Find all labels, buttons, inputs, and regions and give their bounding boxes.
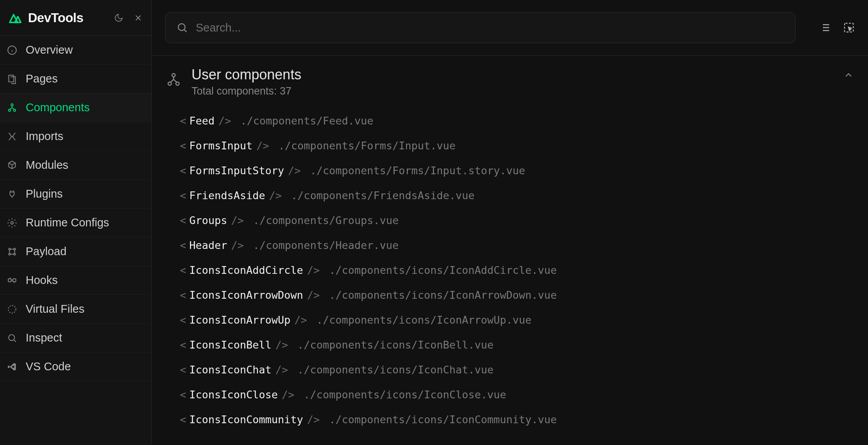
component-name: Groups — [189, 214, 227, 226]
svg-point-5 — [11, 221, 14, 224]
nav-item-virtual-files[interactable]: Virtual Files — [0, 295, 151, 324]
nav-label: Pages — [26, 72, 58, 85]
logo[interactable]: DevTools — [8, 10, 83, 26]
component-name: IconsIconChat — [189, 364, 271, 376]
svg-point-6 — [9, 248, 10, 250]
nav-item-runtime-configs[interactable]: Runtime Configs — [0, 208, 151, 237]
svg-rect-10 — [8, 279, 11, 282]
search-icon — [7, 333, 17, 343]
component-row[interactable]: <Groups/>./components/Groups.vue — [180, 208, 854, 233]
brand-text: DevTools — [28, 11, 83, 25]
svg-rect-11 — [13, 279, 16, 282]
component-row[interactable]: <IconsIconCommunity/>./components/icons/… — [180, 407, 854, 432]
tag-close: /> — [307, 264, 320, 276]
component-path: ./components/Groups.vue — [253, 214, 399, 226]
svg-point-7 — [14, 248, 15, 250]
header-actions — [113, 12, 144, 23]
modules-icon — [7, 160, 17, 170]
nav-item-overview[interactable]: Overview — [0, 36, 151, 65]
nav-item-vscode[interactable]: VS Code — [0, 352, 151, 381]
tag-close: /> — [276, 339, 288, 351]
component-row[interactable]: <Header/>./components/Header.vue — [180, 233, 854, 258]
payload-icon — [7, 247, 17, 257]
nav-item-modules[interactable]: Modules — [0, 151, 151, 180]
list-view-icon[interactable] — [819, 22, 831, 33]
component-row[interactable]: <IconsIconArrowUp/>./components/icons/Ic… — [180, 307, 854, 332]
search-input[interactable] — [196, 21, 784, 34]
component-row[interactable]: <Feed/>./components/Feed.vue — [180, 108, 854, 133]
content: User components Total components: 37 <Fe… — [152, 56, 868, 445]
theme-toggle-icon[interactable] — [113, 12, 124, 23]
tag-open: < — [180, 165, 186, 177]
section-titles: User components Total components: 37 — [192, 67, 833, 97]
nav-item-components[interactable]: Components — [0, 93, 151, 122]
imports-icon — [7, 131, 17, 142]
component-row[interactable]: <IconsIconClose/>./components/icons/Icon… — [180, 382, 854, 407]
topbar-actions — [819, 22, 855, 33]
dashed-circle-icon — [7, 304, 17, 314]
component-row[interactable]: <FriendsAside/>./components/FriendsAside… — [180, 183, 854, 208]
tree-icon — [7, 103, 17, 113]
component-row[interactable]: <IconsIconBell/>./components/icons/IconB… — [180, 332, 854, 357]
component-name: IconsIconArrowDown — [189, 289, 303, 301]
sidebar-header: DevTools — [0, 0, 151, 36]
nav-label: Plugins — [26, 187, 63, 200]
nav-item-plugins[interactable]: Plugins — [0, 180, 151, 208]
tag-close: /> — [307, 413, 320, 426]
component-row[interactable]: <IconsIconChat/>./components/icons/IconC… — [180, 357, 854, 382]
tag-close: /> — [276, 364, 288, 376]
component-path: ./components/icons/IconChat.vue — [297, 364, 494, 376]
component-path: ./components/icons/IconClose.vue — [304, 389, 506, 401]
search-icon — [176, 22, 188, 33]
nav-label: Virtual Files — [26, 303, 84, 315]
component-row[interactable]: <IconsIconAddCircle/>./components/icons/… — [180, 258, 854, 282]
component-name: IconsIconArrowUp — [189, 314, 290, 326]
component-name: FriendsAside — [189, 189, 265, 201]
component-row[interactable]: <FormsInputStory/>./components/Forms/Inp… — [180, 158, 854, 183]
nav-label: Hooks — [26, 274, 58, 287]
tag-close: /> — [307, 289, 320, 301]
nav-item-inspect[interactable]: Inspect — [0, 324, 151, 352]
nav: Overview Pages Components Imports Module — [0, 36, 151, 381]
tag-open: < — [180, 140, 186, 152]
inspect-element-icon[interactable] — [843, 22, 855, 33]
component-row[interactable]: <FormsInput/>./components/Forms/Input.vu… — [180, 133, 854, 158]
tag-open: < — [180, 239, 186, 251]
component-path: ./components/icons/IconArrowUp.vue — [316, 314, 532, 326]
component-path: ./components/Forms/Input.story.vue — [310, 165, 525, 177]
pages-icon — [7, 74, 17, 84]
gear-icon — [7, 218, 17, 228]
component-path: ./components/FriendsAside.vue — [291, 189, 474, 201]
svg-point-12 — [8, 305, 16, 313]
svg-point-14 — [178, 24, 185, 31]
section-title: User components — [192, 67, 833, 83]
section-subtitle: Total components: 37 — [192, 85, 833, 97]
nav-item-imports[interactable]: Imports — [0, 122, 151, 151]
component-list: <Feed/>./components/Feed.vue<FormsInput/… — [166, 108, 854, 432]
component-path: ./components/Header.vue — [253, 239, 399, 251]
svg-point-8 — [9, 253, 10, 255]
component-name: IconsIconAddCircle — [189, 264, 303, 276]
nav-label: Modules — [26, 159, 69, 172]
nav-label: Runtime Configs — [26, 216, 109, 229]
sidebar: DevTools Overview — [0, 0, 152, 445]
svg-point-13 — [9, 335, 14, 340]
svg-rect-1 — [9, 75, 14, 82]
tag-open: < — [180, 289, 186, 301]
hooks-icon — [7, 275, 17, 286]
component-name: IconsIconCommunity — [189, 413, 303, 426]
component-path: ./components/icons/IconCommunity.vue — [329, 413, 557, 426]
component-row[interactable]: <IconsIconArrowDown/>./components/icons/… — [180, 282, 854, 307]
search-box[interactable] — [165, 12, 796, 43]
chevron-up-icon[interactable] — [843, 70, 854, 81]
nav-item-hooks[interactable]: Hooks — [0, 266, 151, 295]
component-path: ./components/icons/IconBell.vue — [297, 339, 494, 351]
tree-icon — [166, 72, 181, 88]
component-name: Feed — [189, 115, 214, 127]
tag-open: < — [180, 264, 186, 276]
nav-item-payload[interactable]: Payload — [0, 237, 151, 266]
main: User components Total components: 37 <Fe… — [152, 0, 868, 445]
component-path: ./components/Forms/Input.vue — [278, 140, 455, 152]
nav-item-pages[interactable]: Pages — [0, 65, 151, 93]
close-icon[interactable] — [133, 12, 144, 23]
